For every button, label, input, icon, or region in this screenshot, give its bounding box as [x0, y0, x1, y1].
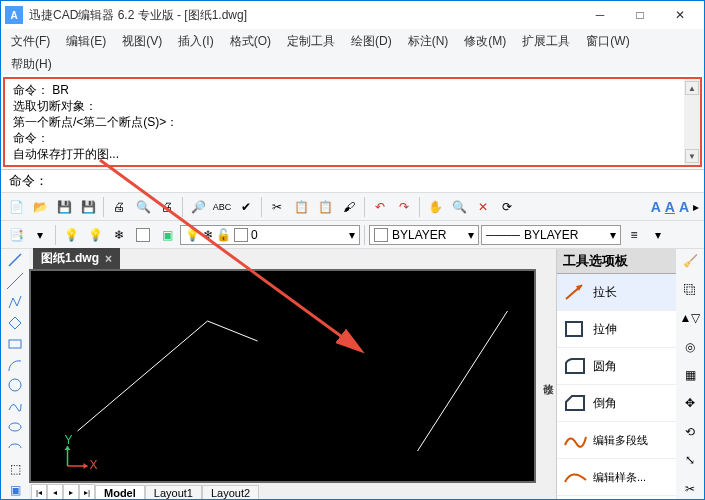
ellipsearc-icon[interactable] — [4, 438, 26, 457]
rotate-icon[interactable]: ⟲ — [679, 422, 701, 442]
palette-item-chamfer[interactable]: 倒角 — [557, 385, 676, 422]
svg-line-1 — [7, 273, 23, 289]
paste-icon[interactable]: 📋 — [314, 196, 336, 218]
delete-icon[interactable]: ✕ — [472, 196, 494, 218]
check-icon[interactable]: ✔ — [235, 196, 257, 218]
linetype-combo[interactable]: ────BYLAYER▾ — [481, 225, 621, 245]
text-style-a[interactable]: A — [650, 196, 662, 218]
arc-icon[interactable] — [4, 355, 26, 374]
offset-icon[interactable]: ◎ — [679, 336, 701, 356]
xline-icon[interactable] — [4, 272, 26, 291]
scale-icon[interactable]: ⤡ — [679, 450, 701, 470]
menu-dim[interactable]: 标注(N) — [402, 31, 455, 52]
palette-item-pedit[interactable]: 编辑多段线 — [557, 422, 676, 459]
menu-insert[interactable]: 插入(I) — [172, 31, 219, 52]
line-icon[interactable] — [4, 251, 26, 270]
layer-combo[interactable]: 💡❄🔓0▾ — [180, 225, 360, 245]
pline-icon[interactable] — [4, 293, 26, 312]
text-style-a2[interactable]: A — [678, 196, 690, 218]
command-input[interactable]: 命令： — [1, 169, 704, 192]
maximize-button[interactable]: □ — [620, 1, 660, 29]
scroll-down-icon[interactable]: ▼ — [685, 149, 699, 163]
color-combo[interactable]: BYLAYER▾ — [369, 225, 479, 245]
svg-line-7 — [208, 321, 258, 341]
menu-draw[interactable]: 绘图(D) — [345, 31, 398, 52]
menu-ext[interactable]: 扩展工具 — [516, 31, 576, 52]
more-icon[interactable]: ▾ — [647, 224, 669, 246]
freeze-icon[interactable]: ❄ — [108, 224, 130, 246]
polygon-icon[interactable] — [4, 313, 26, 332]
saveall-icon[interactable]: 💾 — [77, 196, 99, 218]
copy-icon[interactable]: 📋 — [290, 196, 312, 218]
cmd-scrollbar[interactable]: ▲ ▼ — [684, 79, 700, 165]
matchprop-icon[interactable]: 🖌 — [338, 196, 360, 218]
file-tabs: 图纸1.dwg× — [29, 249, 536, 269]
tab-last-icon[interactable]: ▸| — [79, 484, 95, 500]
tab-first-icon[interactable]: |◂ — [31, 484, 47, 500]
zoom-icon[interactable]: 🔍 — [448, 196, 470, 218]
palette-item-stretch[interactable]: 拉伸 — [557, 311, 676, 348]
save-icon[interactable]: 💾 — [53, 196, 75, 218]
rect-icon[interactable] — [4, 334, 26, 353]
regen-icon[interactable]: ⟳ — [496, 196, 518, 218]
palette-item-splineedit[interactable]: 编辑样条... — [557, 459, 676, 496]
cmd-line: 自动保存打开的图... — [13, 146, 692, 162]
palette-item-fillet[interactable]: 圆角 — [557, 348, 676, 385]
array-icon[interactable]: ▦ — [679, 365, 701, 385]
tab-model[interactable]: Model — [95, 485, 145, 500]
current-layer-icon[interactable]: ▣ — [156, 224, 178, 246]
find-icon[interactable]: 🔎 — [187, 196, 209, 218]
bulb-off-icon[interactable]: 💡 — [84, 224, 106, 246]
minimize-button[interactable]: ─ — [580, 1, 620, 29]
pan-icon[interactable]: ✋ — [424, 196, 446, 218]
spline-icon[interactable] — [4, 397, 26, 416]
close-tab-icon[interactable]: × — [105, 252, 112, 266]
palette-item-lengthen[interactable]: 拉长 — [557, 274, 676, 311]
insert-icon[interactable]: ⬚ — [4, 459, 26, 478]
erase-icon[interactable]: 🧹 — [679, 251, 701, 271]
menu-window[interactable]: 窗口(W) — [580, 31, 635, 52]
move-icon[interactable]: ✥ — [679, 393, 701, 413]
block-icon[interactable]: ▣ — [4, 480, 26, 499]
open-icon[interactable]: 📂 — [29, 196, 51, 218]
svg-text:X: X — [90, 458, 98, 472]
command-history: 命令： BR 选取切断对象： 第一个断点/<第二个断点(S)>： 命令： 自动保… — [5, 79, 700, 165]
circle-icon[interactable] — [4, 376, 26, 395]
text-more-icon[interactable]: ▸ — [692, 196, 700, 218]
menu-help[interactable]: 帮助(H) — [5, 54, 58, 75]
print-icon[interactable]: 🖨 — [108, 196, 130, 218]
menu-modify[interactable]: 修改(M) — [458, 31, 512, 52]
trim-icon[interactable]: ✂ — [679, 479, 701, 499]
tab-layout1[interactable]: Layout1 — [145, 485, 202, 500]
menu-format[interactable]: 格式(O) — [224, 31, 277, 52]
bulb-on-icon[interactable]: 💡 — [60, 224, 82, 246]
drawing-canvas[interactable]: X Y — [29, 269, 536, 483]
text-style-au[interactable]: A — [664, 196, 676, 218]
close-button[interactable]: ✕ — [660, 1, 700, 29]
redo-icon[interactable]: ↷ — [393, 196, 415, 218]
tab-layout2[interactable]: Layout2 — [202, 485, 259, 500]
undo-icon[interactable]: ↶ — [369, 196, 391, 218]
layer-dd-icon[interactable]: ▾ — [29, 224, 51, 246]
menu-edit[interactable]: 编辑(E) — [60, 31, 112, 52]
preview-icon[interactable]: 🔍 — [132, 196, 154, 218]
plot-icon[interactable]: 🖨 — [156, 196, 178, 218]
tab-next-icon[interactable]: ▸ — [63, 484, 79, 500]
color-box-icon[interactable] — [132, 224, 154, 246]
svg-line-6 — [78, 321, 208, 431]
tab-prev-icon[interactable]: ◂ — [47, 484, 63, 500]
new-icon[interactable]: 📄 — [5, 196, 27, 218]
menu-file[interactable]: 文件(F) — [5, 31, 56, 52]
file-tab[interactable]: 图纸1.dwg× — [33, 248, 120, 269]
spell-icon[interactable]: ABC — [211, 196, 233, 218]
cmd-line: 命令： — [13, 130, 692, 146]
menu-view[interactable]: 视图(V) — [116, 31, 168, 52]
layer-mgr-icon[interactable]: 📑 — [5, 224, 27, 246]
scroll-up-icon[interactable]: ▲ — [685, 81, 699, 95]
menu-custom[interactable]: 定制工具 — [281, 31, 341, 52]
cut-icon[interactable]: ✂ — [266, 196, 288, 218]
lineweight-icon[interactable]: ≡ — [623, 224, 645, 246]
mirror-icon[interactable]: ▲▽ — [679, 308, 701, 328]
copy2-icon[interactable]: ⿻ — [679, 279, 701, 299]
ellipse-icon[interactable] — [4, 418, 26, 437]
